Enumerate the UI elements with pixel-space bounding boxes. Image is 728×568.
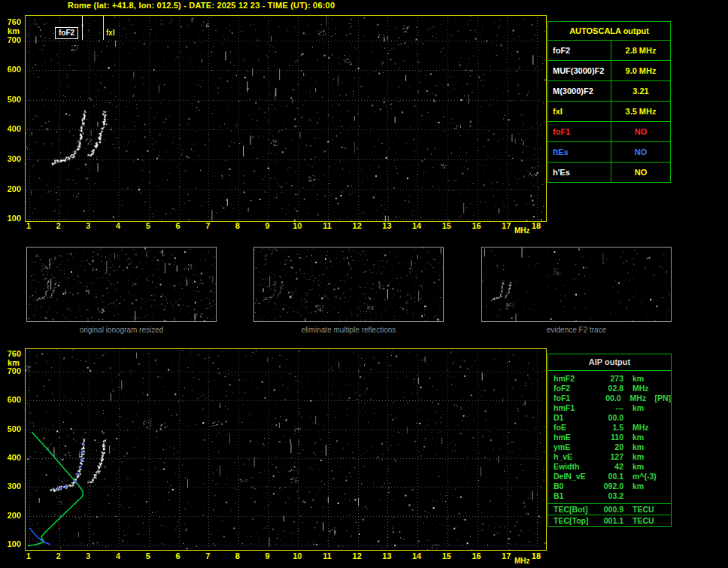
top-ionogram-canvas	[26, 16, 546, 221]
autoscala-table-rows: foF22.8 MHzMUF(3000)F29.0 MHzM(3000)F23.…	[548, 41, 670, 182]
bottom-plot-x-tick-label: 7	[196, 551, 219, 560]
top-plot-x-tick-label: 16	[466, 221, 488, 230]
aip-row-label: foF1	[548, 393, 593, 403]
aip-row-unit: km	[623, 374, 657, 384]
aip-row-foF2: foF202.8MHz	[548, 384, 671, 393]
aip-row-unit	[623, 491, 657, 501]
aip-row-label: B1	[548, 491, 595, 501]
aip-row-h_vE: h_vE127km	[548, 452, 671, 462]
top-plot-x-tick-label: 17	[495, 221, 517, 230]
autoscala-row-label: MUF(3000)F2	[548, 61, 611, 80]
aip-row-foE: foE1.5MHz	[548, 423, 671, 433]
top-plot-y-tick-label: 700	[0, 35, 21, 44]
bottom-ionogram-canvas	[26, 349, 546, 550]
bottom-plot-x-tick-label: 8	[226, 551, 249, 560]
aip-output-table: AIP output hmF2273kmfoF202.8MHzfoF100.0M…	[548, 354, 672, 527]
bottom-plot-x-tick-label: 4	[107, 551, 129, 560]
autoscala-output-table: AUTOSCALA output foF22.8 MHzMUF(3000)F29…	[548, 21, 671, 183]
top-plot-y-tick-label: 200	[0, 184, 21, 193]
aip-table-rows: hmF2273kmfoF202.8MHzfoF100.0MHz[PN]hmF1-…	[548, 371, 671, 503]
bottom-plot-y-tick-label: 500	[0, 424, 21, 433]
thumbnail-eliminate-reflections	[253, 247, 444, 322]
thumbnail-caption-eliminate: eliminate multiple reflections	[253, 326, 444, 335]
aip-row-value: 273	[595, 374, 623, 384]
autoscala-row-value: NO	[611, 142, 670, 162]
aip-row-label: foF2	[548, 384, 595, 393]
aip-row-label: ymE	[548, 442, 595, 452]
aip-row-unit: MHz	[621, 393, 654, 403]
autoscala-row-label: ftEs	[548, 142, 611, 162]
autoscala-row-foF2: foF22.8 MHz	[548, 41, 670, 61]
page-title: Rome (lat: +41.8, lon: 012.5) - DATE: 20…	[68, 1, 335, 10]
aip-row-D1: D100.0	[548, 413, 671, 423]
bottom-plot-y-tick-label: 300	[0, 481, 21, 491]
aip-row-value: 1.5	[595, 423, 623, 433]
top-plot-y-tick-label: 300	[0, 154, 21, 163]
autoscala-row-value: NO	[611, 122, 670, 141]
bottom-plot-x-tick-label: 17	[495, 551, 517, 560]
aip-row-hmF2: hmF2273km	[548, 374, 671, 384]
aip-row-value: 02.8	[595, 384, 623, 393]
bottom-plot-x-tick-label: 13	[375, 551, 398, 560]
aip-row-label: B0	[548, 481, 595, 491]
top-plot-x-tick-label: 7	[196, 221, 219, 230]
aip-row-value: 00.0	[593, 393, 621, 403]
aip-row-unit: MHz	[623, 423, 657, 433]
aip-row-hmE: hmE110km	[548, 433, 671, 442]
aip-row-unit: km	[623, 462, 657, 472]
autoscala-row-label: foF2	[548, 41, 611, 60]
bottom-plot-x-tick-label: 11	[316, 551, 338, 560]
top-plot-x-tick-label: 2	[47, 221, 70, 230]
aip-tec-unit: TECU	[623, 504, 657, 515]
top-plot-y-tick-label: 760	[0, 17, 21, 26]
fof2-marker-line	[82, 16, 83, 40]
aip-row-unit: km	[623, 481, 657, 491]
top-plot-x-tick-label: 11	[316, 221, 338, 230]
aip-row-unit	[623, 413, 657, 423]
autoscala-table-title: AUTOSCALA output	[548, 22, 670, 41]
aip-row-B1: B103.2	[548, 491, 671, 501]
aip-row-label: hmE	[548, 433, 595, 442]
aip-row-value: 00.0	[595, 413, 623, 423]
aip-row-label: DelN_vE	[548, 472, 595, 481]
top-plot-x-tick-label: 10	[286, 221, 308, 230]
bottom-plot-y-tick-label: 600	[0, 395, 21, 404]
aip-row-label: h_vE	[548, 452, 595, 462]
aip-row-Ewidth: Ewidth42km	[548, 462, 671, 472]
bottom-ionogram-plot	[25, 348, 547, 551]
top-plot-x-tick-label: 12	[346, 221, 369, 230]
aip-row-label: Ewidth	[548, 462, 595, 472]
autoscala-row-label: h'Es	[548, 163, 611, 182]
top-plot-x-tick-label: 3	[77, 221, 99, 230]
aip-row-unit: MHz	[623, 384, 657, 393]
aip-row-label: hmF1	[548, 403, 595, 413]
aip-row-unit: km	[623, 452, 657, 462]
aip-tec-row-TEC[Bot]: TEC[Bot]000.9TECU	[548, 503, 671, 515]
aip-row-value: 110	[595, 433, 623, 442]
autoscala-row-foF1: foF1NO	[548, 122, 670, 142]
aip-row-label: foE	[548, 423, 595, 433]
autoscala-row-value: 3.21	[611, 81, 670, 101]
autoscala-row-label: M(3000)F2	[548, 81, 611, 101]
aip-row-foF1: foF100.0MHz[PN]	[548, 393, 671, 403]
aip-row-value: 00.1	[595, 472, 623, 481]
top-plot-y-tick-label: 500	[0, 95, 21, 104]
thumbnail-evidence-canvas	[482, 248, 671, 321]
bottom-plot-x-tick-label: 9	[256, 551, 279, 560]
aip-row-label: hmF2	[548, 374, 595, 384]
aip-row-note: [PN]	[653, 393, 671, 403]
aip-row-value: 03.2	[595, 491, 623, 501]
aip-row-value: 092.0	[595, 481, 623, 491]
bottom-plot-y-tick-label: 200	[0, 511, 21, 520]
bottom-plot-x-tick-label: 14	[405, 551, 428, 560]
top-ionogram-plot	[25, 15, 547, 222]
aip-row-value: 20	[595, 442, 623, 452]
thumbnail-caption-evidence: evidence F2 trace	[481, 326, 672, 335]
autoscala-row-MUF(3000)F2: MUF(3000)F29.0 MHz	[548, 61, 670, 81]
bottom-plot-x-tick-label: 12	[346, 551, 369, 560]
top-plot-x-tick-label: 9	[256, 221, 279, 230]
thumbnail-caption-original: original ionogram resized	[26, 326, 217, 335]
top-plot-x-tick-label: 18	[525, 221, 548, 230]
bottom-plot-x-tick-label: 5	[137, 551, 159, 560]
aip-tec-value: 001.1	[595, 515, 623, 526]
